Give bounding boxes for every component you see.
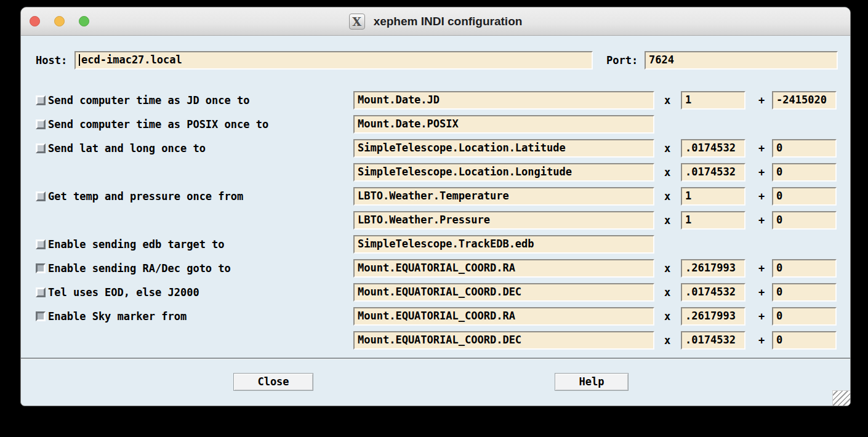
device-property-field[interactable]: SimpleTelescope.TrackEDB.edb (353, 235, 654, 254)
port-input[interactable]: 7624 (645, 51, 838, 70)
multiplier-field[interactable]: 1 (681, 211, 745, 230)
multiply-operator-label: x (661, 163, 674, 182)
config-row: Enable Sky marker from Mount.EQUATORIAL_… (21, 307, 850, 326)
device-property-field[interactable]: SimpleTelescope.Location.Latitude (353, 139, 654, 158)
zoom-window-icon[interactable] (79, 16, 89, 26)
multiplier-field[interactable]: .2617993 (681, 307, 745, 326)
device-property-field[interactable]: Mount.Date.JD (353, 91, 654, 110)
config-row: Send computer time as POSIX once to Moun… (21, 115, 850, 134)
offset-field[interactable]: 0 (772, 307, 837, 326)
device-property-field[interactable]: Mount.Date.POSIX (353, 115, 654, 134)
row-label: Enable sending RA/Dec goto to (48, 259, 231, 278)
plus-operator-label: + (755, 331, 768, 350)
close-button[interactable]: Close (233, 373, 313, 391)
port-value: 7624 (649, 54, 674, 66)
plus-operator-label: + (755, 283, 768, 302)
config-row: SimpleTelescope.Location.Longitude x .01… (21, 163, 850, 182)
device-property-field[interactable]: Mount.EQUATORIAL_COORD.DEC (353, 283, 654, 302)
row-label: Send computer time as POSIX once to (48, 115, 268, 134)
multiply-operator-label: x (661, 307, 674, 326)
multiplier-field[interactable]: .0174532 (681, 331, 745, 350)
checkbox[interactable] (36, 287, 46, 297)
multiply-operator-label: x (661, 91, 674, 110)
host-input[interactable]: ecd-imac27.local (74, 51, 593, 70)
config-row: Send lat and long once to SimpleTelescop… (21, 139, 850, 158)
device-property-field[interactable]: Mount.EQUATORIAL_COORD.RA (353, 259, 654, 278)
row-label: Enable Sky marker from (48, 307, 187, 326)
config-row: Enable sending RA/Dec goto to Mount.EQUA… (21, 259, 850, 278)
titlebar[interactable]: X xephem INDI configuration (21, 7, 850, 36)
x11-logo-icon: X (349, 14, 365, 30)
minimize-window-icon[interactable] (54, 16, 65, 26)
row-label: Get temp and pressure once from (48, 187, 243, 206)
multiply-operator-label: x (661, 211, 674, 230)
config-row: LBTO.Weather.Pressure x 1 + 0 (21, 211, 850, 230)
multiplier-field[interactable]: .0174532 (681, 283, 745, 302)
config-row: Send computer time as JD once to Mount.D… (21, 91, 850, 110)
device-property-field[interactable]: Mount.EQUATORIAL_COORD.DEC (353, 331, 654, 350)
multiply-operator-label: x (661, 259, 674, 278)
plus-operator-label: + (755, 211, 768, 230)
resize-grip-icon[interactable] (832, 390, 850, 406)
separator (21, 358, 850, 359)
checkbox[interactable] (36, 263, 46, 273)
config-row: Enable sending edb target to SimpleTeles… (21, 235, 850, 254)
device-property-field[interactable]: Mount.EQUATORIAL_COORD.RA (353, 307, 654, 326)
multiply-operator-label: x (661, 331, 674, 350)
plus-operator-label: + (755, 91, 768, 110)
checkbox[interactable] (36, 143, 46, 153)
config-row: Get temp and pressure once from LBTO.Wea… (21, 187, 850, 206)
checkbox[interactable] (36, 119, 46, 129)
device-property-field[interactable]: LBTO.Weather.Temperature (353, 187, 654, 206)
plus-operator-label: + (755, 139, 768, 158)
offset-field[interactable]: 0 (772, 211, 837, 230)
device-property-field[interactable]: SimpleTelescope.Location.Longitude (353, 163, 654, 182)
multiplier-field[interactable]: .0174532 (681, 163, 745, 182)
row-label: Send computer time as JD once to (48, 91, 250, 110)
offset-field[interactable]: -2415020 (772, 91, 837, 110)
multiply-operator-label: x (661, 283, 674, 302)
plus-operator-label: + (755, 163, 768, 182)
help-button[interactable]: Help (555, 373, 629, 391)
plus-operator-label: + (755, 187, 768, 206)
multiplier-field[interactable]: .2617993 (681, 259, 745, 278)
multiplier-field[interactable]: 1 (681, 91, 745, 110)
row-label: Tel uses EOD, else J2000 (48, 283, 199, 302)
text-cursor (79, 54, 80, 66)
checkbox[interactable] (36, 311, 46, 321)
offset-field[interactable]: 0 (772, 139, 837, 158)
host-value: ecd-imac27.local (81, 54, 182, 66)
plus-operator-label: + (755, 307, 768, 326)
offset-field[interactable]: 0 (772, 259, 837, 278)
config-row: Tel uses EOD, else J2000 Mount.EQUATORIA… (21, 283, 850, 302)
multiplier-field[interactable]: 1 (681, 187, 745, 206)
multiplier-field[interactable]: .0174532 (681, 139, 745, 158)
offset-field[interactable]: 0 (772, 187, 837, 206)
multiply-operator-label: x (661, 139, 674, 158)
device-property-field[interactable]: LBTO.Weather.Pressure (353, 211, 654, 230)
offset-field[interactable]: 0 (772, 163, 837, 182)
checkbox[interactable] (36, 191, 46, 201)
window-title: xephem INDI configuration (374, 15, 523, 28)
row-label: Send lat and long once to (48, 139, 206, 158)
offset-field[interactable]: 0 (772, 331, 837, 350)
close-window-icon[interactable] (30, 16, 40, 26)
indi-configuration-window: X xephem INDI configuration Host: ecd-im… (20, 7, 851, 406)
traffic-lights (30, 16, 89, 26)
port-label: Port: (606, 51, 638, 70)
host-label: Host: (36, 51, 67, 70)
offset-field[interactable]: 0 (772, 283, 837, 302)
config-row: Mount.EQUATORIAL_COORD.DEC x .0174532 + … (21, 331, 850, 350)
checkbox[interactable] (36, 239, 46, 249)
config-rows: Send computer time as JD once to Mount.D… (21, 91, 850, 355)
checkbox[interactable] (36, 95, 46, 105)
row-label: Enable sending edb target to (48, 235, 225, 254)
multiply-operator-label: x (661, 187, 674, 206)
plus-operator-label: + (755, 259, 768, 278)
